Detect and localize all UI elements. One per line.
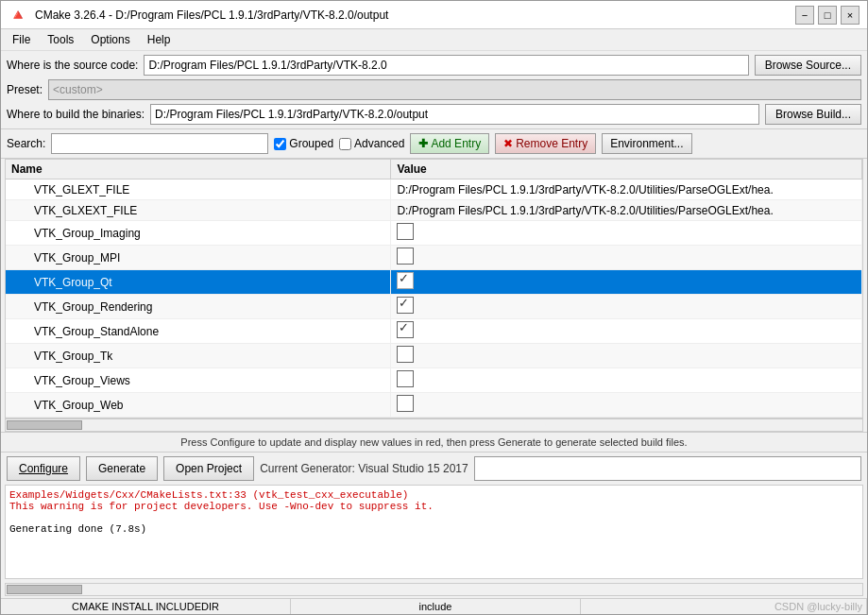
table-row[interactable]: VTK_GLXEXT_FILED:/Program Files/PCL 1.9.… [6, 200, 862, 221]
search-input[interactable] [51, 133, 268, 154]
main-window: 🔺 CMake 3.26.4 - D:/Program Files/PCL 1.… [0, 0, 868, 615]
checkbox-icon[interactable] [397, 395, 414, 412]
config-table: Name Value VTK_GLEXT_FILED:/Program File… [6, 160, 862, 419]
source-row: Where is the source code: Browse Source.… [7, 55, 861, 76]
environment-button[interactable]: Environment... [602, 133, 691, 154]
grouped-checkbox[interactable] [274, 138, 286, 150]
build-label: Where to build the binaries: [7, 108, 145, 121]
open-project-button[interactable]: Open Project [163, 456, 254, 481]
generator-label: Current Generator: Visual Studio 15 2017 [260, 462, 468, 475]
preset-label: Preset: [7, 83, 43, 96]
table-row[interactable]: VTK_Group_Tk [6, 344, 862, 368]
table-cell-value [391, 221, 862, 246]
window-controls: − □ × [795, 6, 859, 25]
table-body: VTK_GLEXT_FILED:/Program Files/PCL 1.9.1… [6, 179, 862, 419]
col-name-header: Name [6, 160, 391, 179]
grouped-label: Grouped [289, 137, 333, 150]
table-row[interactable]: VTK_Group_MPI [6, 246, 862, 270]
table-cell-name: VTK_Group_Imaging [6, 221, 391, 246]
menu-bar: File Tools Options Help [1, 29, 867, 51]
table-cell-value [391, 344, 862, 368]
table-row[interactable]: VTK_Group_Imaging [6, 221, 862, 246]
checkbox-icon[interactable] [397, 370, 414, 387]
table-cell-name: VTK_GLXEXT_FILE [6, 200, 391, 221]
table-cell-value: D:/Program Files/PCL 1.9.1/3rdParty/VTK-… [391, 179, 862, 200]
menu-help[interactable]: Help [140, 31, 179, 48]
browse-build-button[interactable]: Browse Build... [765, 104, 861, 125]
table-cell-name: VTK_INSTALL_QT_PLUGIN_DIR [6, 418, 391, 419]
table-cell-value [391, 319, 862, 344]
table-cell-value [391, 368, 862, 393]
log-horizontal-scrollbar[interactable] [5, 583, 863, 596]
table-cell-name: VTK_Group_Web [6, 393, 391, 418]
col-value-header: Value [391, 160, 862, 179]
generate-button[interactable]: Generate [86, 456, 158, 481]
status-left: CMAKE INSTALL INCLUDEDIR [1, 599, 291, 614]
table-row[interactable]: VTK_Group_StandAlone [6, 319, 862, 344]
close-button[interactable]: × [841, 6, 859, 25]
build-row: Where to build the binaries: Browse Buil… [7, 104, 861, 125]
watermark: CSDN @lucky-billy [581, 599, 867, 614]
menu-options[interactable]: Options [83, 31, 137, 48]
table-cell-value: D:/Program Files/PCL 1.9.1/3rdParty/VTK-… [391, 200, 862, 221]
maximize-button[interactable]: □ [818, 6, 837, 25]
checkbox-icon[interactable] [397, 346, 414, 363]
table-cell-name: VTK_Group_MPI [6, 246, 391, 270]
advanced-checkbox[interactable] [339, 138, 351, 150]
log-line: Generating done (7.8s) [9, 523, 859, 535]
advanced-checkbox-label[interactable]: Advanced [339, 137, 404, 150]
preset-input[interactable] [48, 79, 861, 100]
table-cell-name: VTK_Group_Rendering [6, 295, 391, 319]
checkbox-icon[interactable] [397, 321, 414, 338]
checkbox-icon[interactable] [397, 272, 414, 289]
menu-file[interactable]: File [5, 31, 38, 48]
table-row[interactable]: VTK_Group_Views [6, 368, 862, 393]
remove-entry-button[interactable]: ✖ Remove Entry [495, 133, 596, 154]
configure-button[interactable]: Configure [7, 456, 80, 481]
minimize-button[interactable]: − [795, 6, 814, 25]
table-row[interactable]: VTK_Group_Web [6, 393, 862, 418]
table-row[interactable]: VTK_INSTALL_QT_PLUGIN_DIR${CMAKE_INSTALL… [6, 418, 862, 419]
preset-row: Preset: [7, 79, 861, 100]
plus-icon: ✚ [418, 137, 428, 150]
bottom-toolbar: Configure Generate Open Project Current … [1, 452, 867, 485]
table-container[interactable]: Name Value VTK_GLEXT_FILED:/Program File… [5, 159, 863, 419]
advanced-label: Advanced [354, 137, 404, 150]
table-cell-value [391, 246, 862, 270]
table-cell-value [391, 393, 862, 418]
bottom-status: CMAKE INSTALL INCLUDEDIR include CSDN @l… [1, 598, 867, 614]
x-icon: ✖ [503, 137, 513, 150]
source-input[interactable] [144, 55, 748, 76]
menu-tools[interactable]: Tools [40, 31, 81, 48]
search-row: Search: Grouped Advanced ✚ Add Entry ✖ R… [1, 129, 867, 159]
table-cell-value [391, 295, 862, 319]
table-cell-name: VTK_GLEXT_FILE [6, 179, 391, 200]
source-label: Where is the source code: [7, 59, 138, 72]
browse-source-button[interactable]: Browse Source... [755, 55, 861, 76]
log-area[interactable]: Examples/Widgets/Cxx/CMakeLists.txt:33 (… [5, 485, 863, 579]
table-cell-name: VTK_Group_Qt [6, 270, 391, 295]
grouped-checkbox-label[interactable]: Grouped [274, 137, 333, 150]
table-cell-value: ${CMAKE_INSTALL_PREFIX}/${VTK_INSTALL_QT… [391, 418, 862, 419]
status-right: include [291, 599, 581, 614]
table-row[interactable]: VTK_Group_Qt [6, 270, 862, 295]
generator-input[interactable] [474, 456, 861, 481]
build-input[interactable] [150, 104, 759, 125]
checkbox-icon[interactable] [397, 248, 414, 265]
toolbar: Where is the source code: Browse Source.… [1, 51, 867, 129]
table-row[interactable]: VTK_GLEXT_FILED:/Program Files/PCL 1.9.1… [6, 179, 862, 200]
search-label: Search: [7, 137, 45, 150]
table-cell-name: VTK_Group_StandAlone [6, 319, 391, 344]
table-row[interactable]: VTK_Group_Rendering [6, 295, 862, 319]
app-icon: 🔺 [9, 6, 27, 24]
status-bar: Press Configure to update and display ne… [1, 432, 867, 452]
table-cell-value [391, 270, 862, 295]
add-entry-button[interactable]: ✚ Add Entry [410, 133, 489, 154]
checkbox-icon[interactable] [397, 223, 414, 240]
horizontal-scrollbar[interactable] [5, 419, 863, 432]
log-line [9, 512, 859, 523]
table-cell-name: VTK_Group_Views [6, 368, 391, 393]
log-h-scrollbar-thumb[interactable] [7, 585, 82, 594]
checkbox-icon[interactable] [397, 297, 414, 314]
h-scrollbar-thumb[interactable] [7, 420, 82, 430]
